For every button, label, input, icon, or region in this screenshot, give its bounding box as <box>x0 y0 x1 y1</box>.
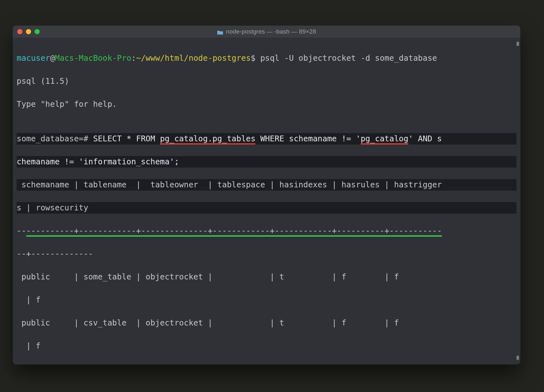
zoom-icon[interactable] <box>35 29 40 34</box>
window-controls <box>17 29 40 34</box>
cmd-psql: psql -U objectrocket -d some_database <box>256 53 437 63</box>
prompt-at: @ <box>50 53 55 63</box>
close-icon[interactable] <box>17 29 22 34</box>
prompt-host: Macs-MacBook-Pro <box>55 53 131 63</box>
query1-text-b: WHERE schemaname != ' <box>255 134 360 143</box>
result1-count: (2 rows) <box>17 363 516 365</box>
title-text: node-postgres — -bash — 89×28 <box>226 28 316 35</box>
result1-row1-a: public | some_table | objectrocket | | t… <box>17 271 516 283</box>
query1-text-c: ' AND s <box>408 134 442 143</box>
query1-underline-a: pg_catalog.pg_tables <box>160 134 256 145</box>
query1-text-a: SELECT * FROM <box>93 134 160 143</box>
scroll-marker[interactable] <box>516 356 519 360</box>
prompt-dollar: $ <box>251 53 256 63</box>
psql-help: Type "help" for help. <box>17 98 516 110</box>
scroll-marker[interactable] <box>516 42 519 46</box>
minimize-icon[interactable] <box>26 29 31 34</box>
window-title: node-postgres — -bash — 89×28 <box>13 28 520 35</box>
terminal-window: node-postgres — -bash — 89×28 macuser@Ma… <box>13 26 520 365</box>
result1-header-a: schemaname | tablename | tableowner | ta… <box>17 179 516 191</box>
result1-header-b: s | rowsecurity <box>17 202 516 214</box>
result1-row1-b: | f <box>17 294 516 306</box>
shell-prompt-line: macuser@Macs-MacBook-Pro:~/www/html/node… <box>17 52 516 64</box>
terminal-body[interactable]: macuser@Macs-MacBook-Pro:~/www/html/node… <box>13 38 520 365</box>
result1-separator-a: ------------+------------+--------------… <box>17 225 516 237</box>
titlebar: node-postgres — -bash — 89×28 <box>13 26 520 38</box>
prompt-colon: : <box>131 53 136 63</box>
folder-icon <box>217 29 223 34</box>
query1-underline-b: pg_catalog <box>361 134 408 145</box>
psql-prompt: some_database=# <box>17 134 93 143</box>
sep-underline: ----------+------------+--------------+-… <box>26 226 442 237</box>
query1-line2: chemaname != 'information_schema'; <box>17 156 516 168</box>
prompt-path: ~/www/html/node-postgres <box>136 53 251 63</box>
scrollbar[interactable] <box>516 40 519 362</box>
query1-line1: some_database=# SELECT * FROM pg_catalog… <box>17 133 516 145</box>
result1-separator-b: --+------------- <box>17 248 516 260</box>
prompt-user: macuser <box>17 53 50 63</box>
result1-row2-a: public | csv_table | objectrocket | | t … <box>17 317 516 329</box>
psql-version: psql (11.5) <box>17 75 516 87</box>
result1-row2-b: | f <box>17 340 516 352</box>
